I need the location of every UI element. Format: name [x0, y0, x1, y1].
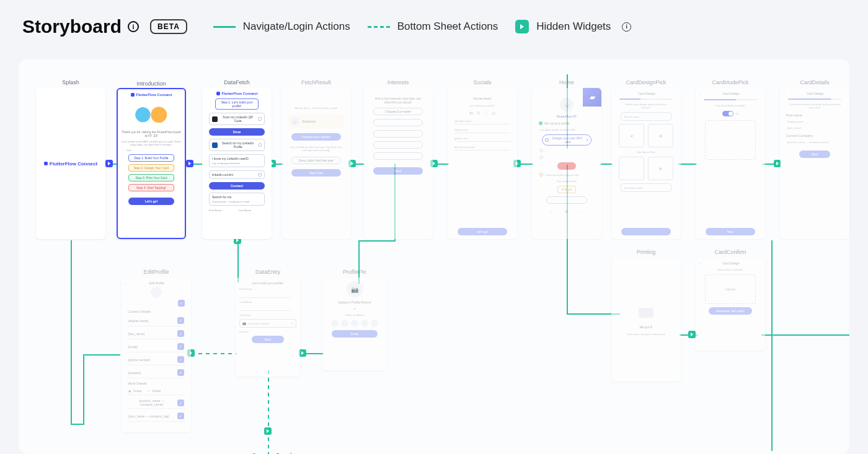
option-row[interactable]: [539, 155, 594, 159]
card-design-title: Card Design: [722, 92, 740, 95]
screen-profilepic[interactable]: ProfilePic 📷 Upload a Profile Picture! o…: [322, 277, 387, 370]
interest-chip[interactable]: [373, 119, 423, 126]
company-search-input[interactable]: 💼 Quickstart search ×: [239, 319, 296, 328]
switch-row[interactable]: ◉ Guest ○ Social: [127, 387, 185, 395]
avatar-options[interactable]: [331, 320, 378, 327]
screen-carddetails[interactable]: CardDetails ‹ Card Design Confirm the de…: [780, 88, 849, 239]
step-3-pill[interactable]: Step 3: Print Your Card: [128, 174, 175, 181]
action-button[interactable]: [557, 162, 576, 170]
search-for-me-option[interactable]: Search for me Using name + company or em…: [209, 193, 265, 206]
edit-profile-title: Edit Profile: [149, 281, 164, 285]
home-tab-icon[interactable]: ⌂: [550, 209, 552, 213]
info-icon[interactable]: i: [622, 22, 631, 32]
back-icon[interactable]: ‹: [125, 281, 126, 285]
name-fields: First Name Last Name: [209, 209, 265, 212]
check-icon: [539, 121, 542, 125]
lets-go-button[interactable]: Let's go!: [458, 228, 507, 235]
next-button[interactable]: [621, 228, 671, 235]
bottom-nav[interactable]: ⌂ ▦ ⋯: [550, 209, 583, 213]
fetched-button[interactable]: Fetched your details!: [291, 133, 341, 141]
info-icon[interactable]: i: [128, 21, 139, 32]
storyboard-canvas[interactable]: Splash FlutterFlow Connect Introduction …: [19, 59, 849, 454]
next-button[interactable]: Next: [373, 167, 423, 175]
screen-carddesignpick[interactable]: CardDesignPick ‹ Card Design Which card …: [611, 88, 681, 239]
step-pill: Step 1: Let's build your profile!: [215, 98, 259, 110]
home-brand: FlutterFlow FF: [557, 115, 577, 118]
display-name-row[interactable]: [display name]✓: [127, 315, 185, 326]
done-button[interactable]: Done: [209, 128, 265, 136]
back-icon[interactable]: ‹: [615, 92, 616, 95]
first-name-input[interactable]: [239, 293, 291, 298]
step-4-pill[interactable]: Step 4: Start Tapping!: [128, 184, 175, 191]
screen-label: DataFetch: [202, 79, 272, 85]
name-input[interactable]: Your Name Here: [621, 183, 671, 192]
email-row[interactable]: [email]✓: [127, 341, 185, 352]
qr-option[interactable]: ▦: [648, 157, 673, 180]
interest-chip[interactable]: [373, 152, 423, 160]
connector: [71, 240, 72, 425]
complete-hint: Complete profile to unlock NFC: [540, 128, 593, 131]
screen-splash[interactable]: Splash FlutterFlow Connect: [36, 88, 105, 239]
start-over-button[interactable]: Start Over: [291, 169, 341, 177]
social-icons: in 𝕏 ◌ ◎: [469, 111, 495, 116]
camera-icon[interactable]: 📷: [347, 281, 363, 297]
dark-mode-toggle[interactable]: [722, 111, 733, 116]
back-icon[interactable]: ‹: [699, 92, 701, 95]
setup-row[interactable]: Set up your profile: [539, 121, 595, 125]
screen-home[interactable]: Home ▰ ☺ FlutterFlow FF Set up your prof…: [532, 88, 601, 239]
interest-chip[interactable]: Choose 3 or more!: [373, 108, 423, 115]
count-label: 12: [736, 112, 739, 115]
how-text: Here's how it will look!: [717, 268, 743, 271]
search-input[interactable]: Search name: [621, 112, 671, 121]
lastname-row[interactable]: [last_name]✓: [127, 328, 185, 339]
connect-button[interactable]: Connect: [209, 182, 265, 190]
location-row[interactable]: [location]✓: [127, 367, 185, 378]
screen-editprofile[interactable]: EditProfile ‹ Edit Profile ✓ Contact Det…: [122, 277, 191, 432]
screen-label: Introduction: [118, 81, 185, 87]
step-2-pill[interactable]: Step 2: Design Your Card: [128, 164, 175, 172]
screen-introduction[interactable]: Introduction FlutterFlow Connect Thank y…: [117, 88, 186, 239]
lets-go-button[interactable]: Let's go!: [128, 198, 175, 205]
check-icon[interactable]: ✓: [178, 300, 185, 307]
screen-datafetch[interactable]: DataFetch FlutterFlow Connect Step 1: Le…: [202, 88, 272, 239]
screen-cardmodepick[interactable]: CardModePick ‹ Card Design Only Dark Mod…: [696, 88, 765, 239]
twitter-input[interactable]: twitter.com/: [454, 128, 510, 133]
screen-printing[interactable]: Printing We got it! Come by to see your …: [611, 258, 681, 382]
card-preview[interactable]: ▰: [619, 124, 644, 147]
next-button[interactable]: Next: [706, 228, 755, 235]
card-option[interactable]: [619, 157, 644, 180]
linkedin-url-input[interactable]: linkedin.com/in/: [209, 170, 265, 179]
dots-tab-icon[interactable]: ⋯: [580, 209, 583, 213]
back-icon[interactable]: ‹: [784, 92, 785, 95]
linkedin-input[interactable]: linkedin.com/in/: [454, 120, 510, 124]
next-button[interactable]: Next: [252, 336, 284, 343]
next-button[interactable]: Next: [799, 151, 830, 158]
option-row[interactable]: [539, 149, 594, 152]
github-input[interactable]: github.com/: [454, 137, 510, 142]
position-row[interactable]: [position_name — company_name]✓: [127, 397, 185, 409]
username-row[interactable]: [your_name — company_tag]✓: [127, 411, 185, 422]
connector: [771, 240, 773, 451]
search-profile-option[interactable]: Search for my LinkedIn Profile: [209, 139, 265, 151]
step-1-pill[interactable]: Step 1: Build Your Profile: [128, 154, 175, 162]
design-card-button[interactable]: Design your own NFC card ▾: [542, 134, 591, 146]
interest-chip[interactable]: [373, 141, 423, 149]
discord-input[interactable]: discord username: [454, 146, 510, 151]
interest-chip[interactable]: [373, 130, 423, 138]
phone-row[interactable]: [phone number]✓: [127, 354, 185, 365]
know-userid-option[interactable]: I know my LinkedIn userID e.g. company-u…: [209, 154, 265, 167]
last-name-input[interactable]: [239, 306, 291, 311]
grid-tab-icon[interactable]: ▦: [565, 209, 568, 213]
screen-dataentry[interactable]: DataEntry Let's build your profile! Firs…: [236, 277, 300, 377]
screen-socials[interactable]: Socials Almost there! Let's link your so…: [448, 88, 517, 239]
qr-preview[interactable]: ▦: [648, 124, 673, 147]
screen-fetchresult[interactable]: FetchResult Almost there... this'll can …: [281, 88, 351, 239]
bottom-pill[interactable]: [546, 196, 587, 204]
print-button[interactable]: Awesome, let's print!: [709, 307, 752, 315]
scan-qr-option[interactable]: Scan my LinkedIn QR Code: [209, 113, 265, 125]
screen-cardconfirm[interactable]: CardConfirm ‹ Card Design Here's how it …: [696, 258, 765, 351]
screen-interests[interactable]: Interests Pick a few interests that folk…: [363, 88, 433, 239]
back-icon[interactable]: ‹: [699, 261, 701, 265]
done-button[interactable]: Done: [332, 330, 378, 338]
avatar-icon[interactable]: [151, 287, 162, 298]
